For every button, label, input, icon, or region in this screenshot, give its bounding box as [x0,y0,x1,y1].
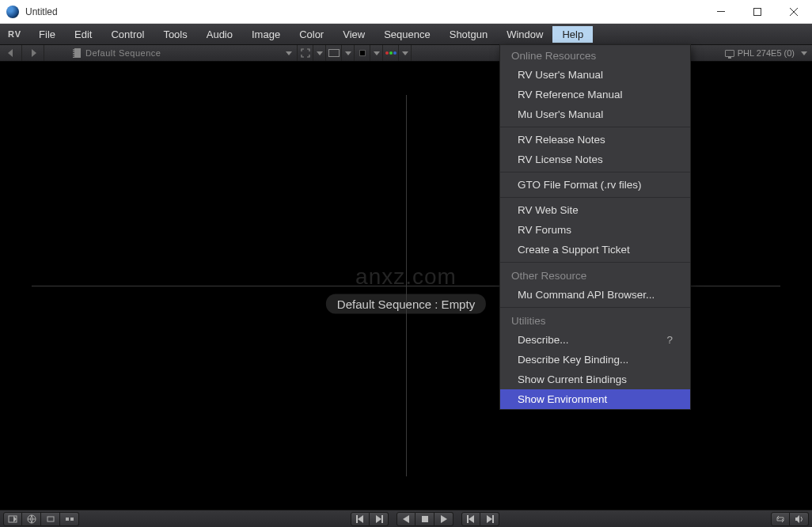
menu-file[interactable]: File [29,26,65,43]
step-back-button[interactable] [351,512,370,526]
rv-logo: RV [3,29,29,39]
tool-button-1[interactable] [41,512,60,526]
svg-rect-10 [467,515,469,523]
menu-item-rv-license-notes[interactable]: RV License Notes [500,150,690,169]
monitor-selector[interactable]: PHL 274E5 (0) [720,48,812,58]
monitor-label: PHL 274E5 (0) [738,48,795,58]
tool-button-2[interactable] [60,512,79,526]
svg-rect-5 [66,518,69,521]
fit-button[interactable] [298,45,313,61]
shortcut-label: ? [666,334,673,346]
menu-tools[interactable]: Tools [154,26,196,43]
menu-window[interactable]: Window [497,26,552,43]
monitor-icon [725,50,734,57]
menu-item-show-current-bindings[interactable]: Show Current Bindings [500,370,690,389]
menu-separator [500,262,690,263]
menu-item-rv-release-notes[interactable]: RV Release Notes [500,130,690,150]
chevron-down-icon [801,51,807,55]
channels-button[interactable] [383,45,399,61]
in-out-button[interactable] [3,512,22,526]
menu-item-rv-reference-manual[interactable]: RV Reference Manual [500,85,690,104]
play-button[interactable] [434,512,453,526]
square-icon [359,50,366,56]
menu-item-show-environment[interactable]: Show Environment [500,389,690,409]
window-title: Untitled [25,6,703,17]
menu-item-rv-web-site[interactable]: RV Web Site [500,200,690,220]
skip-forward-button[interactable] [480,512,499,526]
play-reverse-button[interactable] [397,512,415,526]
menu-section-online-resources: Online Resources [500,45,690,65]
menu-separator [500,172,690,173]
svg-rect-9 [422,516,428,522]
frame-dropdown[interactable] [342,45,355,61]
chevron-down-icon [402,51,408,55]
minimize-button[interactable] [703,0,739,24]
svg-rect-6 [70,518,74,521]
svg-rect-0 [717,11,725,12]
menu-image[interactable]: Image [242,26,290,43]
menu-separator [500,127,690,127]
skip-back-button[interactable] [461,512,480,526]
svg-rect-7 [356,515,358,523]
window-titlebar: Untitled [0,0,812,24]
menu-separator [500,197,690,198]
chevron-down-icon [286,51,292,55]
nav-back-button[interactable] [0,45,22,61]
sequence-label: Default Sequence [85,48,161,58]
menu-audio[interactable]: Audio [197,26,242,43]
globe-button[interactable] [22,512,41,526]
menu-item-describe-key-binding[interactable]: Describe Key Binding... [500,350,690,370]
watermark: anxz.com [355,264,457,290]
svg-rect-4 [47,517,54,521]
close-button[interactable] [776,0,812,24]
menu-section-other-resource: Other Resource [500,265,690,285]
loop-button[interactable] [771,512,790,526]
bottom-control-bar [0,510,812,527]
svg-rect-1 [754,8,761,15]
menu-item-mu-command-api-browser[interactable]: Mu Command API Browser... [500,285,690,305]
help-dropdown-menu: Online Resources RV User's Manual RV Ref… [499,44,691,410]
frame-icon [328,49,340,57]
channels-dropdown[interactable] [399,45,412,61]
menu-separator [500,307,690,308]
menu-item-rv-forums[interactable]: RV Forums [500,220,690,240]
menu-sequence[interactable]: Sequence [374,26,440,43]
viewport-status-label: Default Sequence : Empty [326,294,486,313]
chevron-down-icon [374,51,380,55]
film-icon [73,48,81,58]
menu-help[interactable]: Help [552,26,593,43]
menu-control[interactable]: Control [101,26,154,43]
svg-rect-8 [381,515,383,523]
maximize-button[interactable] [739,0,776,24]
bg-button[interactable] [355,45,370,61]
menu-edit[interactable]: Edit [65,26,101,43]
sequence-picker[interactable]: Default Sequence [68,45,298,61]
app-icon [6,6,19,18]
menu-item-create-support-ticket[interactable]: Create a Support Ticket [500,240,690,260]
menu-item-gto-file-format[interactable]: GTO File Format (.rv files) [500,175,690,195]
volume-button[interactable] [790,512,809,526]
stop-button[interactable] [415,512,434,526]
rgb-dots-icon [382,51,400,55]
frame-button[interactable] [326,45,342,61]
menu-item-describe[interactable]: Describe...? [500,330,690,350]
chevron-down-icon [317,51,323,55]
fit-dropdown[interactable] [313,45,326,61]
menu-item-rv-users-manual[interactable]: RV User's Manual [500,65,690,85]
nav-forward-button[interactable] [22,45,44,61]
menubar: RV File Edit Control Tools Audio Image C… [0,24,812,44]
menu-item-mu-users-manual[interactable]: Mu User's Manual [500,104,690,124]
chevron-down-icon [345,51,351,55]
menu-view[interactable]: View [333,26,374,43]
menu-color[interactable]: Color [290,26,333,43]
menu-shotgun[interactable]: Shotgun [440,26,497,43]
menu-section-utilities: Utilities [500,310,690,330]
svg-rect-11 [492,515,494,523]
step-forward-button[interactable] [370,512,389,526]
